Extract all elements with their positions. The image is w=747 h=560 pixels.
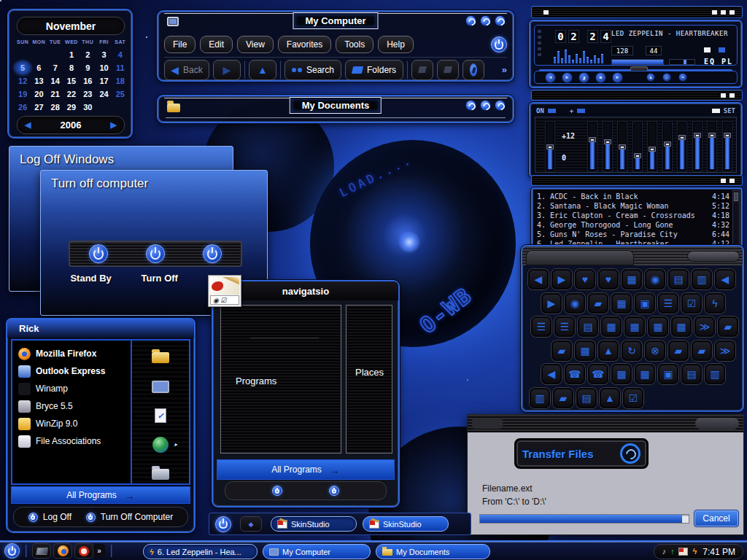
eq-band-4[interactable]	[633, 122, 642, 171]
menu-file[interactable]: File	[164, 36, 196, 53]
phone-2-icon-button[interactable]: ☎	[588, 364, 608, 384]
quick-launch-desktop[interactable]	[32, 543, 51, 559]
winamp-tray-icon[interactable]: ϟ	[692, 548, 697, 556]
shuffle-button[interactable]: »	[662, 73, 671, 82]
eq-band-5[interactable]	[648, 122, 657, 171]
folder-up-icon-button[interactable]: ▥	[705, 364, 725, 384]
band-knob[interactable]	[589, 137, 596, 142]
titlebar-button[interactable]	[543, 10, 549, 15]
eq-band-2[interactable]	[603, 122, 612, 171]
start-menu-item-firefox[interactable]: Mozilla Firefox	[12, 345, 131, 362]
pause-button[interactable]: ▮	[578, 72, 589, 83]
all-programs-button[interactable]: All Programs	[217, 459, 395, 480]
shade-button[interactable]	[721, 10, 726, 15]
playlist-track[interactable]: 3. Eric Clapton - Cream - Crossroads4:18	[537, 211, 729, 220]
quick-launch-opera[interactable]	[74, 543, 93, 559]
playlist-track[interactable]: 5. Guns N' Roses - Paradise City6:44	[537, 230, 729, 239]
quick-launch-firefox[interactable]	[53, 543, 72, 559]
calendar-day[interactable]: 3	[96, 48, 112, 61]
folders-2-icon-button[interactable]: ▦	[575, 341, 595, 361]
calendar-day[interactable]: 13	[31, 74, 47, 88]
all-programs-button[interactable]: All Programs	[11, 486, 190, 504]
playlist-scrollbar[interactable]	[732, 190, 740, 246]
key-icon-button[interactable]: ϟ	[705, 293, 725, 314]
my-computer-icon[interactable]	[150, 377, 171, 396]
power-button[interactable]	[329, 486, 339, 496]
menu-tools[interactable]: Tools	[336, 36, 374, 53]
band-knob[interactable]	[694, 133, 701, 138]
calendar-day[interactable]: 20	[31, 88, 47, 101]
turn-off-computer-button[interactable]: Turn Off Computer	[86, 512, 173, 522]
calendar-day[interactable]: 27	[31, 101, 47, 114]
calendar-day[interactable]: 11	[112, 61, 128, 74]
start-menu-item-winzip[interactable]: WinZip 9.0	[12, 415, 131, 432]
calendar-day[interactable]: 30	[80, 101, 96, 114]
up-button[interactable]: ▲	[249, 60, 276, 80]
equalizer-shade-titlebar[interactable]	[531, 175, 743, 186]
calendar-day[interactable]: 16	[80, 74, 96, 88]
menu-view[interactable]: View	[237, 36, 274, 53]
start-button[interactable]	[215, 516, 231, 532]
close-button[interactable]	[495, 15, 506, 26]
repeat-button[interactable]: =	[678, 73, 687, 82]
calendar-day[interactable]: 24	[96, 88, 112, 101]
up-icon-button[interactable]: ▲	[598, 341, 619, 361]
up-folder-icon-button[interactable]: ▲	[600, 388, 620, 408]
font-icon-button[interactable]: ▣	[658, 364, 678, 384]
my-documents-folder-icon[interactable]	[150, 348, 171, 367]
menu-edit[interactable]: Edit	[200, 36, 233, 53]
scrollbar-handle[interactable]	[734, 192, 738, 201]
copy-icon-button[interactable]: ▦	[622, 269, 642, 289]
places-panel[interactable]: Places	[346, 305, 392, 454]
preamp-slider[interactable]	[546, 122, 554, 171]
maximize-button[interactable]	[480, 15, 491, 26]
folder-2-icon-button[interactable]: ▰	[718, 316, 738, 337]
preview-task-skinstudio[interactable]: SkinStudio	[363, 516, 449, 532]
cancel-button[interactable]: Cancel	[694, 510, 739, 527]
turn-off-button[interactable]	[146, 244, 165, 263]
skinstudio-tray-icon[interactable]	[678, 548, 688, 556]
forward-alt-icon-button[interactable]: ▶	[541, 293, 562, 314]
calendar-day[interactable]: 4	[112, 48, 128, 61]
search-button[interactable]: Search	[285, 60, 341, 80]
users-icon-button[interactable]: ☰	[658, 293, 678, 314]
winamp-shade-titlebar[interactable]	[531, 6, 743, 18]
users-3-icon-button[interactable]: ☰	[554, 316, 575, 337]
eq-band-7[interactable]	[678, 122, 686, 171]
calendar-day[interactable]: 23	[80, 88, 96, 101]
previous-button[interactable]: ◄	[545, 72, 556, 83]
next-button[interactable]: ►	[612, 72, 623, 83]
calendar-day[interactable]: 6	[31, 61, 47, 74]
start-menu-item-fileassoc[interactable]: File Associations	[12, 432, 131, 450]
calendar-day[interactable]: 22	[63, 88, 80, 101]
prev-month-icon[interactable]: ◀	[25, 120, 31, 130]
playlist-track[interactable]: 1. ACDC - Back in Black4:14	[537, 192, 729, 201]
update-icon[interactable]: ↑	[670, 548, 675, 556]
band-knob[interactable]	[678, 135, 686, 140]
forward-button[interactable]: ▶	[213, 60, 241, 80]
back-alt-icon-button[interactable]: ◀	[715, 269, 735, 289]
calendar-day[interactable]: 25	[112, 88, 128, 101]
power-button[interactable]	[272, 486, 282, 496]
band-knob[interactable]	[546, 144, 554, 149]
add-favorite-icon-button[interactable]: ♥	[598, 269, 619, 289]
eq-band-9[interactable]	[708, 122, 716, 171]
doc-icon-button[interactable]: ▤	[576, 388, 597, 408]
stop-button[interactable]: ■	[595, 72, 606, 83]
quick-launch-button[interactable]: ◆	[240, 516, 262, 532]
programs-panel[interactable]: Programs	[220, 305, 341, 454]
folders-3-icon-button[interactable]: ▤	[681, 364, 702, 384]
close-button[interactable]	[729, 179, 735, 183]
eq-set-toggle[interactable]	[712, 109, 720, 113]
band-knob[interactable]	[649, 147, 656, 152]
calendar-day[interactable]: 8	[63, 61, 80, 74]
back-icon-button[interactable]: ◀	[528, 269, 549, 289]
quick-launch-overflow-chevron[interactable]: »	[93, 544, 105, 558]
minimize-button[interactable]	[465, 15, 476, 26]
taskbar-task-folder[interactable]: My Documents	[376, 544, 490, 559]
play-button[interactable]: ►	[562, 72, 573, 83]
views-button[interactable]	[411, 60, 433, 80]
balance-slider[interactable]	[669, 59, 695, 65]
calendar-day[interactable]: 7	[47, 61, 63, 74]
users-2-icon-button[interactable]: ☰	[531, 316, 551, 337]
